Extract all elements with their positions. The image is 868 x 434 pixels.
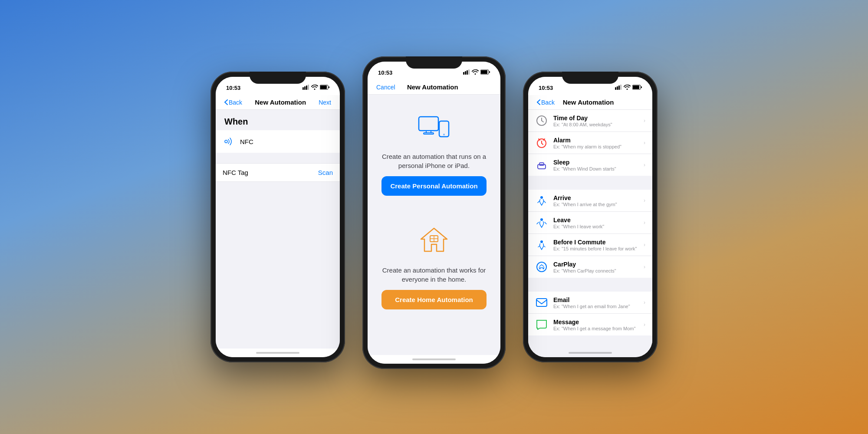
auto-item-leave[interactable]: Leave Ex: "When I leave work" › (528, 212, 652, 234)
home-bar-center (368, 355, 500, 364)
svg-rect-5 (320, 85, 327, 89)
status-icons-center (463, 69, 490, 76)
commute-text: Before I Commute Ex: "15 minutes before … (553, 239, 638, 251)
iphone-right-screen: 10:53 (528, 77, 652, 357)
auto-item-email[interactable]: Email Ex: "When I get an email from Jane… (528, 292, 652, 314)
status-icons-left (302, 85, 329, 91)
phones-container: 10:53 (210, 65, 658, 369)
signal-icon-left (302, 85, 309, 91)
create-personal-button[interactable]: Create Personal Automation (381, 176, 487, 196)
sleep-title: Sleep (553, 159, 638, 166)
email-title: Email (553, 296, 638, 303)
svg-rect-6 (329, 86, 329, 88)
next-button-left[interactable]: Next (319, 99, 331, 106)
back-button-right[interactable]: Back (537, 99, 555, 106)
home-indicator-right (569, 352, 612, 354)
alarm-icon (535, 136, 548, 149)
svg-rect-10 (467, 70, 468, 75)
commute-icon (535, 238, 548, 251)
phone-left: 10:53 (210, 72, 345, 362)
location-group: Arrive Ex: "When I arrive at the gym" › (528, 190, 652, 278)
svg-point-40 (540, 196, 543, 199)
time-group: Time of Day Ex: "At 8:00 AM, weekdays" ›… (528, 110, 652, 176)
time-of-day-title: Time of Day (553, 115, 638, 122)
battery-icon-left (320, 85, 329, 91)
personal-automation-card: Create an automation that runs on a pers… (373, 102, 495, 206)
sleep-text: Sleep Ex: "When Wind Down starts" (553, 159, 638, 171)
home-indicator-center (412, 358, 456, 360)
home-bar-right (528, 349, 652, 357)
svg-rect-14 (489, 71, 490, 73)
chevron-sleep: › (644, 162, 645, 168)
svg-rect-26 (620, 85, 621, 90)
phone-center: 10:53 Cancel (362, 56, 506, 369)
auto-item-alarm[interactable]: Alarm Ex: "When my alarm is stopped" › (528, 132, 652, 154)
alarm-sub: Ex: "When my alarm is stopped" (553, 144, 638, 149)
message-text: Message Ex: "When I get a message from M… (553, 319, 638, 331)
arrive-title: Arrive (553, 194, 638, 201)
divider-3 (528, 335, 652, 349)
nav-title-left: New Automation (255, 99, 306, 106)
email-icon (535, 296, 548, 309)
chevron-carplay: › (644, 264, 645, 270)
leave-sub: Ex: "When I leave work" (553, 224, 638, 229)
notch-center (406, 56, 462, 69)
alarm-title: Alarm (553, 137, 638, 144)
scan-button[interactable]: Scan (318, 169, 333, 176)
home-desc: Create an automation that works for ever… (381, 266, 487, 284)
nav-bar-right: Back New Automation (528, 95, 652, 110)
auto-item-time-of-day[interactable]: Time of Day Ex: "At 8:00 AM, weekdays" › (528, 110, 652, 132)
time-left: 10:53 (226, 85, 240, 91)
signal-icon-right (615, 85, 622, 91)
time-of-day-sub: Ex: "At 8:00 AM, weekdays" (553, 122, 638, 127)
chevron-leave: › (644, 220, 645, 226)
chevron-alarm: › (644, 140, 645, 146)
cancel-button[interactable]: Cancel (376, 84, 395, 91)
personal-desc: Create an automation that runs on a pers… (381, 152, 487, 170)
leave-text: Leave Ex: "When I leave work" (553, 217, 638, 229)
svg-rect-46 (536, 299, 547, 306)
svg-rect-25 (618, 85, 620, 90)
time-of-day-icon (535, 114, 548, 127)
carplay-text: CarPlay Ex: "When CarPlay connects" (553, 261, 638, 273)
battery-icon-right (632, 85, 642, 91)
svg-rect-15 (419, 117, 438, 131)
chevron-commute: › (644, 242, 645, 248)
nfc-list-item[interactable]: NFC (216, 130, 340, 153)
nfc-tag-row[interactable]: NFC Tag Scan (216, 163, 340, 182)
phone-right: 10:53 (523, 72, 658, 362)
commute-sub: Ex: "15 minutes before I leave for work" (553, 246, 638, 251)
alarm-text: Alarm Ex: "When my alarm is stopped" (553, 137, 638, 149)
svg-point-7 (225, 140, 227, 143)
email-text: Email Ex: "When I get an email from Jane… (553, 296, 638, 309)
nfc-icon (223, 135, 235, 148)
chevron-message: › (644, 322, 645, 328)
notch-left (250, 72, 306, 84)
iphone-center-shell: 10:53 Cancel (362, 56, 506, 369)
svg-rect-0 (302, 87, 304, 90)
create-home-button[interactable]: Create Home Automation (381, 290, 487, 309)
auto-item-sleep[interactable]: Sleep Ex: "When Wind Down starts" › (528, 154, 652, 176)
carplay-icon (535, 260, 548, 273)
nav-bar-center: Cancel New Automation (368, 80, 500, 95)
screen-content-center: Create an automation that runs on a pers… (368, 95, 500, 355)
communication-group: Email Ex: "When I get an email from Jane… (528, 292, 652, 335)
auto-item-arrive[interactable]: Arrive Ex: "When I arrive at the gym" › (528, 190, 652, 212)
auto-item-message[interactable]: Message Ex: "When I get a message from M… (528, 314, 652, 335)
svg-point-41 (540, 218, 543, 221)
auto-item-commute[interactable]: Before I Commute Ex: "15 minutes before … (528, 234, 652, 256)
auto-item-carplay[interactable]: CarPlay Ex: "When CarPlay connects" › (528, 256, 652, 278)
personal-icon (417, 115, 451, 142)
svg-rect-11 (468, 69, 470, 75)
back-button-left[interactable]: Back (224, 99, 242, 106)
sleep-icon (535, 158, 548, 171)
email-sub: Ex: "When I get an email from Jane" (553, 304, 638, 309)
notch-right (562, 72, 618, 84)
iphone-center-screen: 10:53 Cancel (368, 62, 500, 364)
svg-rect-3 (308, 85, 309, 90)
leave-icon (535, 216, 548, 229)
automation-list: Time of Day Ex: "At 8:00 AM, weekdays" ›… (528, 110, 652, 349)
commute-title: Before I Commute (553, 239, 638, 246)
home-automation-card: Create an automation that works for ever… (373, 213, 495, 320)
when-header: When (216, 110, 340, 130)
